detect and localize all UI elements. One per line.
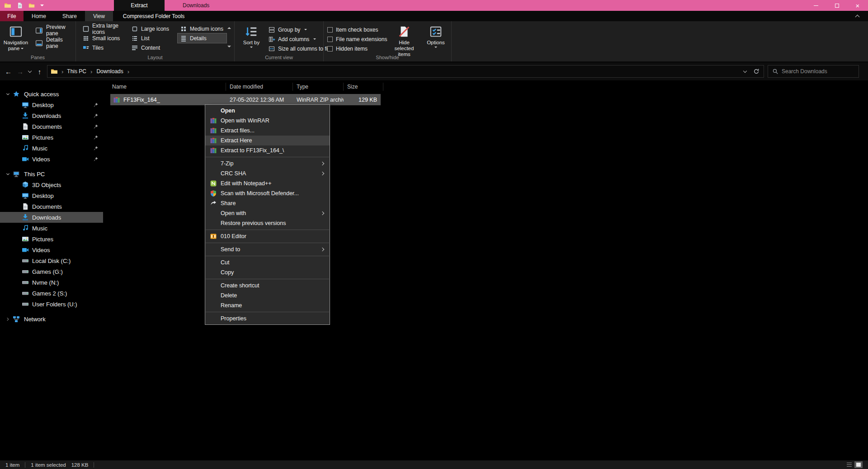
sidebar-item-3d-objects[interactable]: 3D Objects <box>0 179 103 190</box>
collapse-ribbon-button[interactable] <box>856 11 859 21</box>
sort-by-button[interactable]: Sort by <box>238 23 264 49</box>
layout-option-large-icons[interactable]: Large icons <box>129 24 178 33</box>
show-hide-checkbox-row-file-name-extensions[interactable]: File name extensions <box>327 34 387 44</box>
tab-file[interactable]: File <box>0 11 24 21</box>
sidebar-item-pictures[interactable]: Pictures <box>0 132 103 143</box>
navigation-pane-button[interactable]: Navigation pane <box>1 23 31 52</box>
sidebar-item-downloads[interactable]: Downloads <box>0 212 103 223</box>
show-hide-checkbox-row-hidden-items[interactable]: Hidden items <box>327 44 387 53</box>
forward-button[interactable]: → <box>14 66 26 77</box>
context-menu-item-copy[interactable]: Copy <box>205 267 330 277</box>
breadcrumb-segment[interactable]: Downloads <box>96 68 123 75</box>
quick-access-items: Desktop Downloads Documents Pictures <box>0 99 103 164</box>
qat-properties-button[interactable] <box>17 2 23 9</box>
drive-icon <box>22 290 29 297</box>
sidebar-item-downloads[interactable]: Downloads <box>0 110 103 121</box>
address-dropdown-button[interactable] <box>741 66 749 77</box>
context-menu-item-share[interactable]: Share <box>205 198 330 208</box>
layout-option-extra-large-icons[interactable]: Extra large icons <box>80 24 129 33</box>
context-menu-item-010-editor[interactable]: 010 Editor <box>205 231 330 241</box>
context-menu-item-open-with-winrar[interactable]: Open with WinRAR <box>205 116 330 126</box>
details-pane-button[interactable]: Details pane <box>33 38 75 48</box>
sidebar-item-games-g[interactable]: Games (G:) <box>0 266 103 277</box>
ribbon-tab-view[interactable]: View <box>85 11 113 21</box>
sidebar-item-nvme-n[interactable]: Nvme (N:) <box>0 277 103 288</box>
layout-option-small-icons[interactable]: Small icons <box>80 33 129 43</box>
column-header-size[interactable]: Size <box>344 83 383 91</box>
sidebar-item-games-2-s[interactable]: Games 2 (S:) <box>0 288 103 299</box>
back-button[interactable]: ← <box>3 66 14 77</box>
context-menu-item-send-to[interactable]: Send to <box>205 244 330 254</box>
contextual-tab-badge[interactable]: Extract <box>114 0 165 11</box>
sidebar-item-desktop[interactable]: Desktop <box>0 99 103 110</box>
ribbon-tab-compressed-folder-tools[interactable]: Compressed Folder Tools <box>113 11 195 21</box>
options-button[interactable]: Options <box>423 23 448 49</box>
sidebar-item-documents[interactable]: Documents <box>0 201 103 212</box>
dropdown-caret-icon <box>250 47 253 49</box>
maximize-button[interactable] <box>826 0 847 11</box>
layout-option-tiles[interactable]: Tiles <box>80 43 129 52</box>
chevron-down-icon[interactable] <box>5 172 11 177</box>
sidebar-item-desktop[interactable]: Desktop <box>0 190 103 201</box>
layout-scroll-up-button[interactable] <box>226 24 232 31</box>
sidebar-item-local-disk-c[interactable]: Local Disk (C:) <box>0 255 103 266</box>
layout-option-details[interactable]: Details <box>178 33 226 43</box>
qat-customize-icon[interactable] <box>40 3 44 8</box>
breadcrumb-segment[interactable]: This PC <box>67 68 86 75</box>
search-box[interactable] <box>768 65 859 78</box>
context-menu-item-rename[interactable]: Rename <box>205 300 330 310</box>
sidebar-item-pictures[interactable]: Pictures <box>0 234 103 244</box>
hide-selected-items-button[interactable]: Hide selected items <box>389 23 420 58</box>
refresh-button[interactable] <box>750 66 762 77</box>
checkbox[interactable] <box>327 27 333 33</box>
minimize-button[interactable] <box>806 0 826 11</box>
checkbox[interactable] <box>327 46 333 52</box>
layout-option-medium-icons[interactable]: Medium icons <box>178 24 226 33</box>
context-menu-item-delete[interactable]: Delete <box>205 291 330 300</box>
up-button[interactable]: ↑ <box>34 66 45 77</box>
context-menu-item-7-zip[interactable]: 7-Zip <box>205 159 330 169</box>
column-header-date-modified[interactable]: Date modified <box>226 83 293 91</box>
preview-pane-button[interactable]: Preview pane <box>33 25 75 36</box>
chevron-down-icon[interactable] <box>5 92 11 97</box>
context-menu-item-open[interactable]: Open <box>205 106 330 116</box>
close-button[interactable]: × <box>847 0 868 11</box>
ribbon-tab-home[interactable]: Home <box>24 11 54 21</box>
layout-scroll-down-button[interactable] <box>226 43 232 50</box>
details-view-toggle-button[interactable] <box>845 461 853 468</box>
thumbnail-view-toggle-button[interactable] <box>854 461 863 468</box>
layout-option-list[interactable]: List <box>129 33 178 43</box>
context-menu-item-restore-previous-versions[interactable]: Restore previous versions <box>205 218 330 228</box>
show-hide-checkbox-row-item-check-boxes[interactable]: Item check boxes <box>327 25 387 34</box>
context-menu-item-cut[interactable]: Cut <box>205 258 330 267</box>
checkbox[interactable] <box>327 37 333 42</box>
sidebar-item-videos[interactable]: Videos <box>0 244 103 255</box>
context-menu-item-crc-sha[interactable]: CRC SHA <box>205 169 330 178</box>
sidebar-item-user-folders-u[interactable]: User Folders (U:) <box>0 299 103 310</box>
search-input[interactable] <box>782 68 849 75</box>
context-menu-item-extract-to-ff13fix-164[interactable]: Extract to FF13Fix_164_\ <box>205 145 330 155</box>
recent-locations-button[interactable] <box>26 66 33 77</box>
column-header-name[interactable]: Name <box>108 83 226 91</box>
context-menu-item-properties[interactable]: Properties <box>205 314 330 324</box>
ribbon-tab-share[interactable]: Share <box>54 11 85 21</box>
context-menu-item-extract-files[interactable]: Extract files... <box>205 126 330 136</box>
layout-option-content[interactable]: Content <box>129 43 178 52</box>
sidebar-item-music[interactable]: Music <box>0 223 103 234</box>
sidebar-item-documents[interactable]: Documents <box>0 121 103 132</box>
breadcrumb-bar[interactable]: This PCDownloads <box>47 65 764 78</box>
context-menu-item-edit-with-notepad[interactable]: Edit with Notepad++ <box>205 178 330 188</box>
context-menu-item-scan-with-microsoft-defender[interactable]: Scan with Microsoft Defender... <box>205 188 330 198</box>
sidebar-section-quick-access[interactable]: Quick access <box>0 89 103 99</box>
sidebar-section-network[interactable]: Network <box>0 314 103 324</box>
context-menu-item-create-shortcut[interactable]: Create shortcut <box>205 281 330 291</box>
chevron-right-icon[interactable] <box>5 317 11 322</box>
file-row[interactable]: FF13Fix_164_ 27-05-2022 12:36 AM WinRAR … <box>110 94 381 105</box>
column-header-type[interactable]: Type <box>293 83 344 91</box>
sidebar-section-this-pc[interactable]: This PC <box>0 169 103 179</box>
sidebar-item-videos[interactable]: Videos <box>0 154 103 164</box>
sidebar-item-music[interactable]: Music <box>0 143 103 154</box>
qat-new-folder-button[interactable] <box>28 2 35 9</box>
context-menu-item-open-with[interactable]: Open with <box>205 208 330 218</box>
context-menu-item-extract-here[interactable]: Extract Here <box>205 136 330 145</box>
